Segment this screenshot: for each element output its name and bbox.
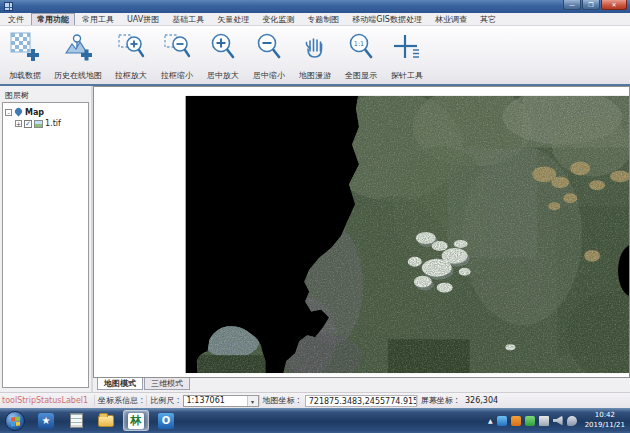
tab-common-tools[interactable]: 常用工具 (76, 13, 120, 25)
expand-icon[interactable]: + (15, 120, 22, 127)
tab-mobile-gis-data[interactable]: 移动端GIS数据处理 (346, 13, 428, 25)
minimize-button[interactable]: — (563, 0, 581, 10)
box-zoom-in-button[interactable]: 拉框放大 (108, 28, 154, 84)
taskbar-o-app[interactable]: O (153, 410, 179, 431)
map-coord-value: 721875.3483,2455774.9159 (305, 395, 417, 407)
layer-checkbox[interactable]: ✓ (24, 120, 32, 128)
toolbar: 加载数据 历史在线地图 (0, 26, 630, 84)
pan-button[interactable]: 地图漫游 (292, 28, 338, 84)
toolbar-button-label: 居中缩小 (253, 70, 285, 81)
security-tray-icon[interactable] (525, 416, 535, 426)
tree-node-map[interactable]: - Map (5, 107, 86, 118)
taskbar-notepad-app[interactable] (63, 410, 89, 431)
ime-tray-icon[interactable] (511, 416, 521, 426)
map-view[interactable] (93, 86, 630, 378)
chevron-down-icon[interactable]: ▾ (247, 396, 258, 406)
scale-value: 1:137061 (187, 396, 225, 405)
app-icon (4, 2, 13, 11)
layer-panel: 图层树 - Map + ✓ 1.tif (0, 86, 91, 392)
windows-logo-icon (11, 416, 20, 426)
load-data-button[interactable]: 加载数据 (2, 28, 48, 84)
toolbar-button-label: 居中放大 (207, 70, 239, 81)
tab-3d-mode[interactable]: 三维模式 (144, 378, 190, 390)
scale-label: 比例尺 : (146, 395, 182, 406)
tree-node-layer[interactable]: + ✓ 1.tif (5, 118, 86, 129)
tray-expand-icon[interactable]: ▲ (488, 417, 493, 424)
load-data-icon (10, 32, 40, 62)
messenger-tray-icon[interactable] (497, 416, 507, 426)
screen-coord-value: 326,304 (461, 396, 502, 405)
taskbar-explorer-app[interactable] (93, 410, 119, 431)
toolbar-button-label: 探针工具 (391, 70, 423, 81)
clock-date: 2019/11/21 (585, 421, 625, 430)
center-zoom-out-button[interactable]: 居中缩小 (246, 28, 292, 84)
full-extent-button[interactable]: 1:1 全图显示 (338, 28, 384, 84)
network-tray-icon[interactable] (539, 416, 549, 426)
box-zoom-in-icon (116, 32, 146, 62)
map-canvas[interactable] (94, 87, 629, 377)
layer-group-icon (14, 107, 24, 117)
tab-uav-mosaic[interactable]: UAV拼图 (121, 13, 165, 25)
view-mode-tabs: 地图模式 三维模式 (93, 378, 630, 392)
full-extent-icon: 1:1 (346, 32, 376, 62)
coord-sys-label: 坐标系信息 : (94, 395, 146, 406)
tab-change-monitoring[interactable]: 变化监测 (256, 13, 300, 25)
toolbar-button-label: 地图漫游 (299, 70, 331, 81)
tab-common-functions[interactable]: 常用功能 (31, 13, 75, 25)
forestry-app-icon: 林 (128, 413, 144, 429)
tree-node-label: Map (25, 108, 44, 117)
title-bar: — ❐ ✕ (0, 0, 630, 13)
notepad-icon (70, 413, 83, 428)
tab-other[interactable]: 其它 (474, 13, 502, 25)
application-window: — ❐ ✕ 文件 常用功能 常用工具 UAV拼图 基础工具 矢量处理 变化监测 … (0, 0, 630, 433)
system-tray: ▲ 10:42 2019/11/21 (488, 411, 630, 430)
tree-node-label: 1.tif (45, 119, 61, 128)
toolbar-button-label: 加载数据 (9, 70, 41, 81)
collapse-icon[interactable]: - (5, 109, 12, 116)
toolbar-button-label: 全图显示 (345, 70, 377, 81)
tab-file[interactable]: 文件 (2, 13, 30, 25)
o-app-icon: O (158, 413, 174, 429)
probe-tool-icon (392, 32, 422, 62)
status-debug-label: toolStripStatusLabel1 (0, 396, 94, 405)
folder-icon (98, 415, 114, 427)
start-button[interactable] (5, 411, 25, 431)
taskbar-forestry-app[interactable]: 林 (123, 410, 149, 431)
taskbar: ★ 林 O ▲ 10:42 2019/11/21 (0, 408, 630, 433)
clock-time: 10:42 (585, 411, 625, 420)
tab-map-mode[interactable]: 地图模式 (97, 378, 143, 390)
history-online-map-button[interactable]: 历史在线地图 (48, 28, 108, 84)
tab-thematic-mapping[interactable]: 专题制图 (301, 13, 345, 25)
history-online-map-icon (63, 32, 93, 62)
tab-vector-processing[interactable]: 矢量处理 (211, 13, 255, 25)
close-button[interactable]: ✕ (601, 0, 627, 10)
toolbar-button-label: 拉框放大 (115, 70, 147, 81)
star-app-icon: ★ (38, 413, 54, 429)
center-zoom-in-button[interactable]: 居中放大 (200, 28, 246, 84)
maximize-button[interactable]: ❐ (582, 0, 600, 10)
ribbon-tab-bar: 文件 常用功能 常用工具 UAV拼图 基础工具 矢量处理 变化监测 专题制图 移… (0, 13, 630, 26)
box-zoom-out-button[interactable]: 拉框缩小 (154, 28, 200, 84)
center-zoom-out-icon (254, 32, 284, 62)
screen-coord-label: 屏幕坐标 : (417, 395, 461, 406)
taskbar-star-app[interactable]: ★ (33, 410, 59, 431)
full-extent-glyph: 1:1 (354, 40, 364, 48)
probe-tool-button[interactable]: 探针工具 (384, 28, 430, 84)
layer-tree[interactable]: - Map + ✓ 1.tif (2, 102, 89, 388)
tab-forestry-survey[interactable]: 林业调查 (429, 13, 473, 25)
map-coord-label: 地图坐标 : (259, 395, 303, 406)
scale-combo[interactable]: 1:137061 ▾ (183, 395, 259, 407)
box-zoom-out-icon (162, 32, 192, 62)
center-zoom-in-icon (208, 32, 238, 62)
toolbar-button-label: 拉框缩小 (161, 70, 193, 81)
pan-hand-icon (300, 32, 330, 62)
taskbar-clock[interactable]: 10:42 2019/11/21 (581, 411, 625, 430)
action-center-tray-icon[interactable] (567, 416, 577, 426)
tab-basic-tools[interactable]: 基础工具 (166, 13, 210, 25)
toolbar-button-label: 历史在线地图 (54, 70, 102, 81)
raster-layer-icon (34, 120, 43, 128)
status-bar: toolStripStatusLabel1 坐标系信息 : 比例尺 : 1:13… (0, 392, 630, 408)
volume-tray-icon[interactable] (553, 416, 563, 426)
